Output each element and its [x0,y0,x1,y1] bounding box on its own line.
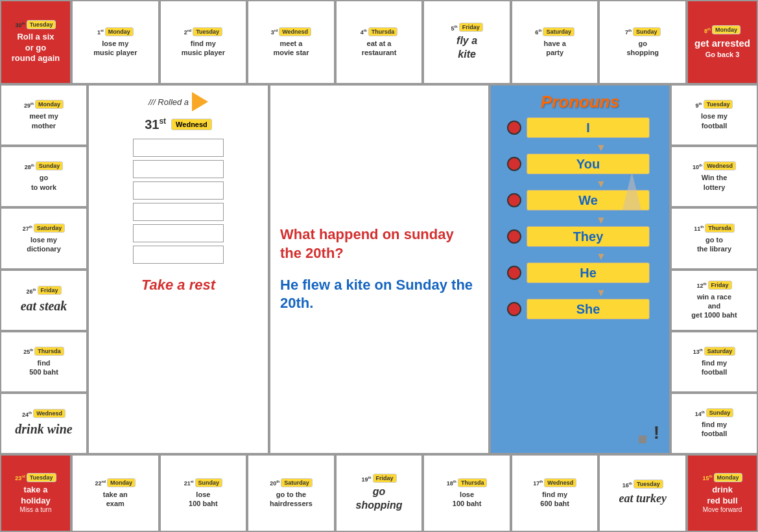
date-box: 31st Wednesd [145,117,212,132]
question-text: What happend on sunday the 20th? [280,226,479,262]
right-col: 9th Tuesday lose myfootball 10th Wednesd… [670,84,758,454]
square-icon [639,435,646,443]
cell-23: 23rd Tuesday take aholiday Miss a turn [0,454,71,532]
cell-10: 10th Wednesd Win thelottery [670,146,758,207]
take-rest-label: Take a rest [141,277,215,294]
left-col: 29th Monday meet mymother 28th Sunday go… [0,84,88,454]
date-day-badge: Wednesd [171,119,212,130]
pronouns-area: Pronouns I ▼ You ▼ We ▼ [490,84,670,454]
cell-6: 6th Saturday have aparty [511,0,599,84]
arrow-icon [192,92,208,111]
cell-18: 18th Thursda lose100 baht [423,454,511,532]
input-1[interactable] [133,139,224,157]
question-area: What happend on sunday the 20th? He flew… [269,84,490,454]
cell-11: 11th Thursda go tothe library [670,207,758,269]
pronoun-box-I: I [527,117,650,138]
rolled-label: /// Rolled a [148,97,189,107]
input-6[interactable] [133,246,224,264]
pronoun-box-They: They [527,226,650,247]
cell-29: 29th Monday meet mymother [0,84,88,146]
cell-14: 14th Sunday find myfootball [670,393,758,454]
cell-19: 19th Friday goshopping [335,454,423,532]
exclamation-mark: ! [654,422,659,443]
cell-4: 4th Thursda eat at arestaurant [335,0,423,84]
pronouns-title: Pronouns [541,92,619,112]
dice-area: /// Rolled a 31st Wednesd Take a rest [88,84,269,454]
cell-13: 13th Saturday find myfootball [670,331,758,393]
arrow-down-5: ▼ [497,287,663,299]
center-area: /// Rolled a 31st Wednesd Take a rest Wh… [88,84,670,454]
cell-24: 24th Wednesd drink wine [0,393,88,454]
pronoun-circle-You [507,157,521,171]
cell-2: 2nd Tuesday find mymusic player [160,0,248,84]
cell-30: 30th Tuesday Roll a sixor goround again [0,0,71,84]
game-board: 30th Tuesday Roll a sixor goround again … [0,0,758,532]
bottom-row: 23rd Tuesday take aholiday Miss a turn 2… [0,454,758,532]
cell-12: 12th Friday win a raceandget 1000 baht [670,270,758,331]
cell-16: 16th Tuesday eat turkey [598,454,687,532]
cell-27: 27th Saturday lose mydictionary [0,207,88,269]
cell-3: 3rd Wednesd meet amovie star [247,0,335,84]
cell-7: 7th Sunday goshopping [598,0,687,84]
pronoun-row-She: She [497,299,663,319]
arrow-down-4: ▼ [497,251,663,262]
pronoun-circle-They [507,229,521,244]
cell-8: 8th Monday get arrested Go back 3 [687,0,758,84]
pronoun-box-He: He [527,262,650,283]
cell-20: 20th Saturday go to thehairdressers [247,454,335,532]
cell-25: 25th Thursda find500 baht [0,331,88,393]
input-boxes [133,139,224,264]
pronoun-circle-She [507,302,521,316]
pronoun-row-He: He [497,262,663,283]
pronoun-row-I: I [497,117,663,138]
cell-5: 5th Friday fly akite [423,0,511,84]
pronoun-box-She: She [527,299,650,319]
pronoun-circle-I [507,121,521,135]
pronoun-row-They: They [497,226,663,247]
pronoun-circle-He [507,266,521,280]
input-3[interactable] [133,181,224,200]
big-up-arrow-icon: ▲ [616,150,648,225]
answer-text: He flew a kite on Sunday the 20th. [280,276,479,313]
cell-15: 15th Monday drinkred bull Move forward [687,454,758,532]
cell-9: 9th Tuesday lose myfootball [670,84,758,146]
input-2[interactable] [133,160,224,178]
pronoun-circle-We [507,193,521,207]
input-5[interactable] [133,224,224,242]
top-row: 30th Tuesday Roll a sixor goround again … [0,0,758,84]
cell-21: 21st Sunday lose100 baht [160,454,248,532]
cell-22: 22nd Monday take anexam [71,454,160,532]
cell-1: 1st Monday lose mymusic player [71,0,160,84]
cell-17: 17th Wednesd find my600 baht [511,454,599,532]
cell-26: 26th Friday eat steak [0,270,88,331]
input-4[interactable] [133,203,224,221]
cell-28: 28th Sunday goto work [0,146,88,207]
